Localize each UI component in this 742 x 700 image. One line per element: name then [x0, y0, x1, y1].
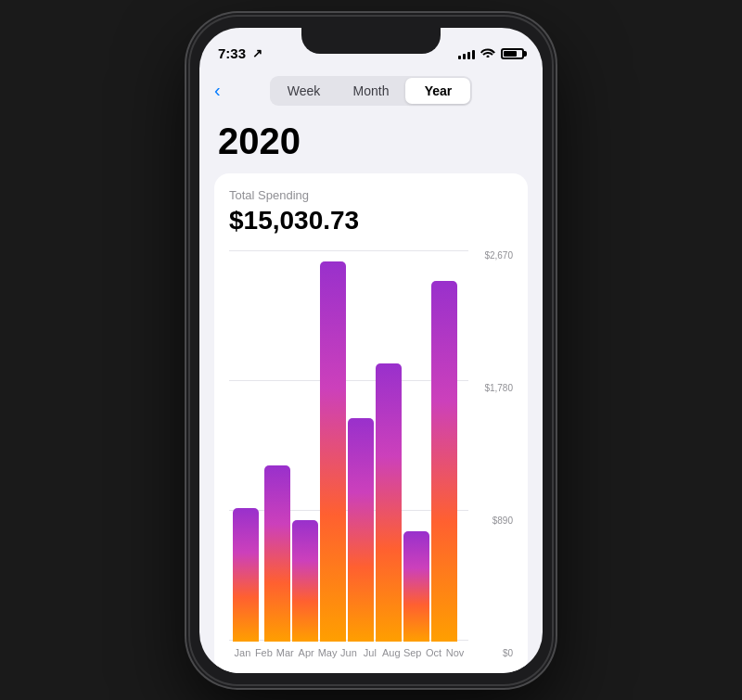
- x-label-oct: Oct: [424, 647, 443, 658]
- bar-group-may: [320, 250, 346, 642]
- bar-group-jun: [348, 250, 374, 642]
- segment-year[interactable]: Year: [405, 78, 470, 104]
- x-label-apr: Apr: [297, 647, 316, 658]
- x-label-nov: Nov: [445, 647, 465, 658]
- x-label-jan: Jan: [233, 647, 252, 658]
- time-display: 7:33: [218, 45, 246, 61]
- bar-mar[interactable]: [264, 465, 290, 642]
- status-time: 7:33 ↗: [218, 45, 262, 61]
- year-title: 2020: [199, 117, 543, 173]
- bar-group-nov: [463, 250, 465, 642]
- bar-jun[interactable]: [348, 418, 374, 642]
- x-label-jul: Jul: [360, 647, 379, 658]
- signal-bar-1: [458, 56, 461, 59]
- phone-screen: 7:33 ↗: [199, 28, 543, 673]
- battery-fill: [504, 51, 517, 57]
- y-label-bottom: $0: [503, 648, 513, 658]
- bar-jul[interactable]: [376, 363, 402, 642]
- x-label-aug: Aug: [381, 647, 401, 658]
- bar-group-mar: [264, 250, 290, 642]
- bar-apr[interactable]: [292, 520, 318, 642]
- notch: [301, 28, 441, 54]
- chart-content: JanFebMarAprMayJunJulAugSepOctNov: [229, 250, 468, 658]
- signal-bars: [458, 48, 475, 59]
- chart-card: Total Spending $15,030.73: [214, 173, 528, 673]
- bar-aug[interactable]: [403, 531, 429, 641]
- bar-may[interactable]: [320, 261, 346, 641]
- bar-group-aug: [403, 250, 429, 642]
- bar-group-apr: [292, 250, 318, 642]
- chart-label: Total Spending: [229, 188, 513, 202]
- battery-icon: [501, 48, 524, 59]
- y-axis: $2,670 $1,780 $890 $0: [468, 250, 513, 658]
- bar-group-sep: [431, 250, 457, 642]
- signal-bar-3: [467, 52, 470, 59]
- phone-frame: 7:33 ↗: [190, 17, 552, 684]
- bar-sep[interactable]: [431, 281, 457, 641]
- bar-jan[interactable]: [233, 508, 259, 641]
- wifi-icon: [480, 46, 495, 60]
- x-label-may: May: [318, 647, 338, 658]
- bar-group-oct: [459, 250, 461, 642]
- signal-bar-4: [472, 50, 475, 59]
- chart-grid: [229, 250, 468, 642]
- bar-group-jan: [233, 250, 259, 642]
- bar-group-jul: [376, 250, 402, 642]
- back-button[interactable]: ‹: [214, 80, 221, 101]
- status-icons: [458, 46, 524, 60]
- y-label-2: $1,780: [484, 383, 513, 393]
- x-label-jun: Jun: [339, 647, 359, 658]
- x-label-mar: Mar: [275, 647, 295, 658]
- nav-area: ‹ Week Month Year: [199, 69, 543, 117]
- segment-control: Week Month Year: [270, 76, 473, 106]
- y-label-top: $2,670: [484, 250, 513, 261]
- segment-month[interactable]: Month: [339, 78, 404, 104]
- chart-area: JanFebMarAprMayJunJulAugSepOctNov $2,670…: [229, 250, 513, 658]
- x-label-feb: Feb: [254, 647, 274, 658]
- bar-group-feb: [261, 250, 262, 642]
- main-content: ‹ Week Month Year 2020 Total Spending $1…: [199, 69, 543, 673]
- y-label-3: $890: [493, 515, 513, 526]
- chart-amount: $15,030.73: [229, 206, 513, 235]
- bars-container: [229, 250, 468, 642]
- signal-bar-2: [463, 54, 466, 59]
- x-axis: JanFebMarAprMayJunJulAugSepOctNov: [229, 642, 468, 658]
- x-label-sep: Sep: [403, 647, 422, 658]
- segment-week[interactable]: Week: [272, 78, 337, 104]
- location-icon: ↗: [252, 46, 262, 60]
